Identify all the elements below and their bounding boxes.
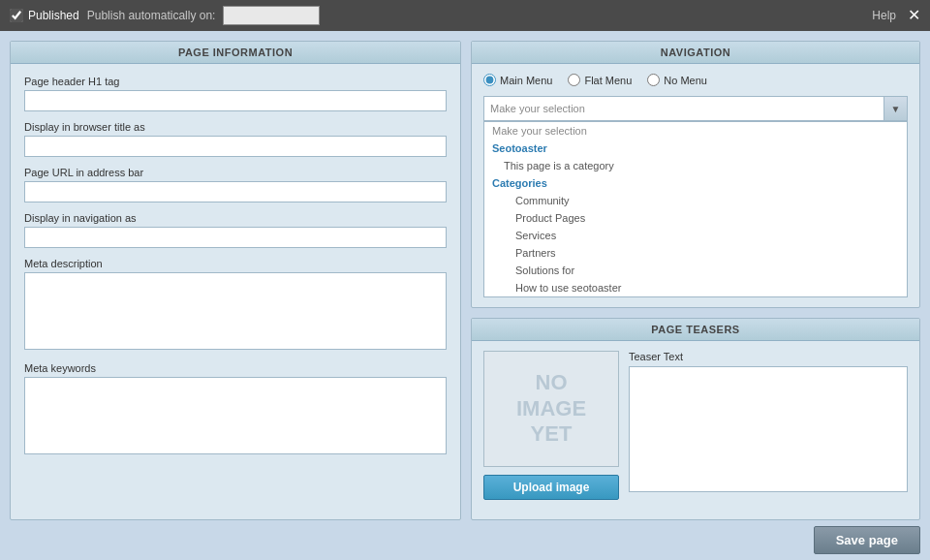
h1-tag-group: Page header H1 tag <box>24 76 447 111</box>
dropdown-item-services[interactable]: Services <box>484 227 907 244</box>
page-info-body: Page header H1 tag Display in browser ti… <box>11 64 460 519</box>
flat-menu-radio[interactable] <box>568 74 580 86</box>
meta-keywords-label: Meta keywords <box>24 362 447 374</box>
close-button[interactable]: ✕ <box>908 8 920 23</box>
menu-radio-group: Main Menu Flat Menu No Menu <box>483 74 908 86</box>
page-teasers-body: NOIMAGEYET Upload image Teaser Text <box>472 341 919 510</box>
nav-display-input[interactable] <box>24 227 447 248</box>
main-menu-label: Main Menu <box>500 75 552 86</box>
dropdown-item-community[interactable]: Community <box>484 192 907 209</box>
dropdown-item-categories[interactable]: Categories <box>484 174 907 192</box>
browser-title-input[interactable] <box>24 136 447 157</box>
dropdown-placeholder: Make your selection <box>490 103 585 114</box>
h1-tag-input[interactable] <box>24 90 447 111</box>
meta-description-textarea[interactable] <box>24 272 447 350</box>
page-teasers-title: PAGE TEASERS <box>472 319 919 341</box>
save-row: Save page <box>0 520 930 560</box>
browser-title-group: Display in browser title as <box>24 121 447 157</box>
dropdown-arrow-icon: ▼ <box>884 97 907 120</box>
upload-image-button[interactable]: Upload image <box>483 475 619 500</box>
dropdown-item-partners[interactable]: Partners <box>484 244 907 262</box>
publish-date-input[interactable] <box>223 6 320 25</box>
meta-keywords-textarea[interactable] <box>24 377 447 454</box>
meta-description-group: Meta description <box>24 258 447 353</box>
meta-keywords-group: Meta keywords <box>24 362 447 457</box>
published-badge: Published <box>10 9 79 22</box>
teaser-text-label: Teaser Text <box>629 351 908 362</box>
main-menu-option[interactable]: Main Menu <box>483 74 552 86</box>
navigation-section: NAVIGATION Main Menu Flat Menu <box>471 41 920 308</box>
publish-auto-label: Publish automatically on: <box>87 9 216 22</box>
dropdown-item-category[interactable]: This page is a category <box>484 157 907 174</box>
dropdown-item-solutions[interactable]: Solutions for <box>484 262 907 279</box>
no-image-text: NOIMAGEYET <box>516 370 586 447</box>
page-teasers-section: PAGE TEASERS NOIMAGEYET Upload image Tea… <box>471 318 920 520</box>
no-menu-option[interactable]: No Menu <box>647 74 707 86</box>
page-url-input[interactable] <box>24 181 447 202</box>
published-label: Published <box>28 9 79 22</box>
nav-display-group: Display in navigation as <box>24 212 447 248</box>
flat-menu-label: Flat Menu <box>584 75 632 86</box>
no-menu-radio[interactable] <box>647 74 660 86</box>
teaser-textarea[interactable] <box>629 366 908 492</box>
dropdown-trigger[interactable]: Make your selection ▼ <box>483 96 908 121</box>
top-bar-right: Help ✕ <box>872 8 920 23</box>
right-panel: NAVIGATION Main Menu Flat Menu <box>471 41 920 520</box>
top-bar: Published Publish automatically on: Help… <box>0 0 930 31</box>
flat-menu-option[interactable]: Flat Menu <box>568 74 632 86</box>
main-wrapper: PAGE INFORMATION Page header H1 tag Disp… <box>0 31 930 560</box>
page-info-title: PAGE INFORMATION <box>11 42 460 64</box>
image-area: NOIMAGEYET Upload image <box>483 351 619 500</box>
dropdown-item-product-pages[interactable]: Product Pages <box>484 209 907 227</box>
no-image-placeholder: NOIMAGEYET <box>483 351 619 467</box>
main-menu-radio[interactable] <box>483 74 496 86</box>
meta-description-label: Meta description <box>24 258 447 269</box>
nav-display-label: Display in navigation as <box>24 212 447 224</box>
page-url-label: Page URL in address bar <box>24 167 447 178</box>
navigation-title: NAVIGATION <box>472 42 919 64</box>
save-page-button[interactable]: Save page <box>814 526 920 554</box>
navigation-body: Main Menu Flat Menu No Menu <box>472 64 919 307</box>
no-menu-label: No Menu <box>664 75 707 86</box>
help-link[interactable]: Help <box>872 9 896 22</box>
h1-tag-label: Page header H1 tag <box>24 76 447 87</box>
page-url-group: Page URL in address bar <box>24 167 447 202</box>
panels-row: PAGE INFORMATION Page header H1 tag Disp… <box>0 31 930 520</box>
dropdown-item-how-to-use[interactable]: How to use seotoaster <box>484 279 907 296</box>
published-checkbox[interactable] <box>10 9 23 22</box>
dropdown-container: Make your selection ▼ <box>483 96 908 121</box>
dropdown-item-placeholder[interactable]: Make your selection <box>484 122 907 140</box>
page-info-panel: PAGE INFORMATION Page header H1 tag Disp… <box>10 41 461 520</box>
dropdown-list: Make your selection Seotoaster This page… <box>483 121 908 297</box>
teaser-text-area: Teaser Text <box>629 351 908 495</box>
browser-title-label: Display in browser title as <box>24 121 447 133</box>
dropdown-item-seotoaster[interactable]: Seotoaster <box>484 140 907 157</box>
